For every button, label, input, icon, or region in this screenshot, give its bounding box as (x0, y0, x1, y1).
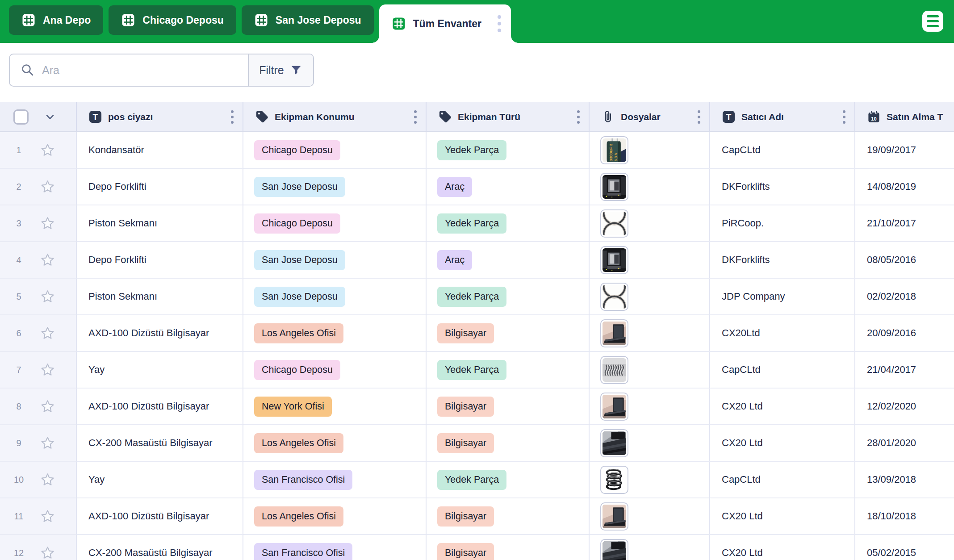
star-icon[interactable] (40, 289, 55, 304)
vendor-cell[interactable]: CX20 Ltd (710, 389, 855, 425)
select-all-checkbox[interactable] (13, 109, 29, 125)
column-menu-icon[interactable] (412, 109, 418, 125)
row-select-cell[interactable]: 4 (0, 242, 77, 279)
row-select-cell[interactable]: 6 (0, 315, 77, 352)
type-tag[interactable]: Bilgisayar (437, 506, 494, 527)
star-icon[interactable] (40, 363, 55, 377)
file-thumbnail[interactable] (600, 539, 628, 560)
file-thumbnail[interactable] (600, 173, 628, 201)
type-cell[interactable]: Yedek Parça (427, 279, 590, 315)
tab-chicago-deposu[interactable]: Chicago Deposu (109, 5, 236, 35)
date-cell[interactable]: 19/09/2017 (855, 132, 954, 169)
column-menu-icon[interactable] (229, 109, 235, 125)
row-select-cell[interactable]: 12 (0, 535, 77, 560)
vendor-cell[interactable]: CX20 Ltd (710, 498, 855, 535)
type-cell[interactable]: Bilgisayar (427, 425, 590, 462)
vendor-cell[interactable]: CX20Ltd (710, 315, 855, 352)
file-thumbnail[interactable]: 3300uF 3 6.3 V (600, 136, 628, 164)
row-select-cell[interactable]: 10 (0, 462, 77, 498)
main-menu-button[interactable] (922, 11, 943, 32)
star-icon[interactable] (40, 180, 55, 194)
name-cell[interactable]: CX-200 Masaüstü Bilgisayar (77, 425, 243, 462)
file-thumbnail[interactable] (600, 356, 628, 384)
location-tag[interactable]: Chicago Deposu (254, 140, 340, 160)
type-tag[interactable]: Bilgisayar (437, 543, 494, 560)
vendor-cell[interactable]: JDP Company (710, 279, 855, 315)
date-cell[interactable]: 13/09/2018 (855, 462, 954, 498)
location-cell[interactable]: San Jose Deposu (243, 169, 427, 205)
date-cell[interactable]: 21/10/2017 (855, 205, 954, 242)
row-select-cell[interactable]: 7 (0, 352, 77, 389)
date-cell[interactable]: 28/01/2020 (855, 425, 954, 462)
location-tag[interactable]: San Jose Deposu (254, 250, 345, 270)
column-menu-icon[interactable] (575, 109, 582, 125)
type-tag[interactable]: Araç (437, 250, 472, 270)
file-thumbnail[interactable] (600, 319, 628, 347)
type-cell[interactable]: Bilgisayar (427, 389, 590, 425)
row-select-cell[interactable]: 2 (0, 169, 77, 205)
star-icon[interactable] (40, 253, 55, 267)
name-cell[interactable]: CX-200 Masaüstü Bilgisayar (77, 535, 243, 560)
file-thumbnail[interactable] (600, 429, 628, 457)
type-tag[interactable]: Yedek Parça (437, 213, 506, 234)
type-cell[interactable]: Yedek Parça (427, 462, 590, 498)
location-cell[interactable]: Los Angeles Ofisi (243, 315, 427, 352)
name-cell[interactable]: Depo Forklifti (77, 169, 243, 205)
name-cell[interactable]: Piston Sekmanı (77, 205, 243, 242)
vendor-cell[interactable]: CapCLtd (710, 352, 855, 389)
name-cell[interactable]: AXD-100 Dizüstü Bilgisayar (77, 498, 243, 535)
files-cell[interactable] (590, 498, 710, 535)
type-cell[interactable]: Araç (427, 169, 590, 205)
tab-menu-icon[interactable] (496, 13, 503, 34)
date-cell[interactable]: 21/04/2017 (855, 352, 954, 389)
files-cell[interactable] (590, 279, 710, 315)
location-tag[interactable]: San Jose Deposu (254, 287, 345, 307)
location-cell[interactable]: New York Ofisi (243, 389, 427, 425)
location-tag[interactable]: Los Angeles Ofisi (254, 506, 343, 527)
type-tag[interactable]: Yedek Parça (437, 470, 506, 490)
file-thumbnail[interactable] (600, 283, 628, 311)
location-tag[interactable]: Los Angeles Ofisi (254, 323, 343, 343)
name-cell[interactable]: AXD-100 Dizüstü Bilgisayar (77, 315, 243, 352)
row-select-cell[interactable]: 9 (0, 425, 77, 462)
row-select-cell[interactable]: 11 (0, 498, 77, 535)
vendor-cell[interactable]: CapCLtd (710, 462, 855, 498)
name-cell[interactable]: Yay (77, 352, 243, 389)
location-cell[interactable]: San Francisco Ofisi (243, 462, 427, 498)
files-cell[interactable] (590, 389, 710, 425)
chevron-down-icon[interactable] (44, 111, 56, 123)
files-cell[interactable] (590, 462, 710, 498)
star-icon[interactable] (40, 216, 55, 231)
location-tag[interactable]: Chicago Deposu (254, 213, 340, 234)
file-thumbnail[interactable] (600, 246, 628, 274)
search-input[interactable] (42, 64, 248, 77)
file-thumbnail[interactable] (600, 393, 628, 421)
location-tag[interactable]: Los Angeles Ofisi (254, 433, 343, 453)
vendor-cell[interactable]: PiRCoop. (710, 205, 855, 242)
type-cell[interactable]: Yedek Parça (427, 132, 590, 169)
type-tag[interactable]: Bilgisayar (437, 397, 494, 417)
files-cell[interactable] (590, 315, 710, 352)
file-thumbnail[interactable] (600, 466, 628, 494)
name-cell[interactable]: AXD-100 Dizüstü Bilgisayar (77, 389, 243, 425)
name-cell[interactable]: Kondansatör (77, 132, 243, 169)
location-tag[interactable]: Chicago Deposu (254, 360, 340, 380)
location-tag[interactable]: San Francisco Ofisi (254, 470, 352, 490)
type-tag[interactable]: Araç (437, 177, 472, 197)
star-icon[interactable] (40, 399, 55, 414)
tab-tüm-envanter[interactable]: Tüm Envanter (379, 4, 511, 43)
location-cell[interactable]: Chicago Deposu (243, 205, 427, 242)
location-cell[interactable]: San Francisco Ofisi (243, 535, 427, 560)
location-cell[interactable]: San Jose Deposu (243, 242, 427, 279)
file-thumbnail[interactable] (600, 209, 628, 238)
file-thumbnail[interactable] (600, 502, 628, 531)
type-cell[interactable]: Bilgisayar (427, 498, 590, 535)
date-cell[interactable]: 05/02/2015 (855, 535, 954, 560)
location-tag[interactable]: San Jose Deposu (254, 177, 345, 197)
type-tag[interactable]: Yedek Parça (437, 287, 506, 307)
row-select-cell[interactable]: 1 (0, 132, 77, 169)
date-cell[interactable]: 14/08/2019 (855, 169, 954, 205)
files-cell[interactable] (590, 352, 710, 389)
files-cell[interactable] (590, 425, 710, 462)
vendor-cell[interactable]: CapCLtd (710, 132, 855, 169)
